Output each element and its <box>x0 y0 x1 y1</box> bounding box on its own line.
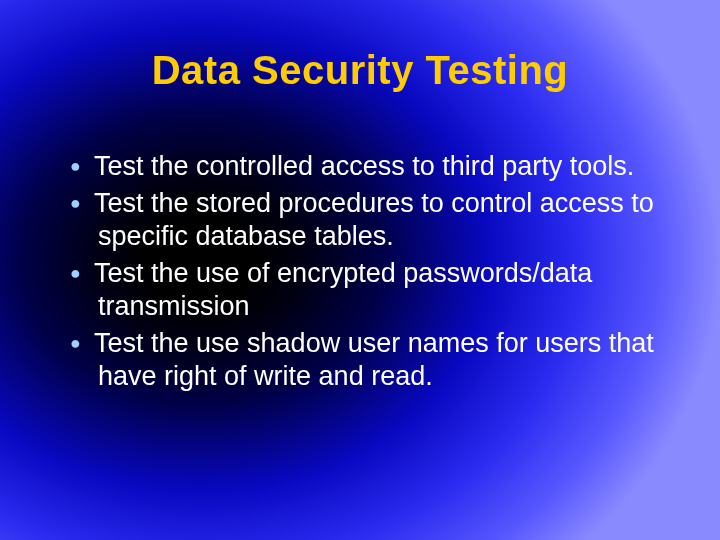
bullet-icon: ● <box>70 263 84 285</box>
slide: Data Security Testing ●Test the controll… <box>0 0 720 540</box>
list-item: ●Test the stored procedures to control a… <box>70 187 660 253</box>
list-item: ●Test the use of encrypted passwords/dat… <box>70 257 660 323</box>
list-item-text: Test the use shadow user names for users… <box>94 328 654 391</box>
list-item-text: Test the stored procedures to control ac… <box>94 188 654 251</box>
slide-title: Data Security Testing <box>0 48 720 93</box>
list-item: ●Test the use shadow user names for user… <box>70 327 660 393</box>
list-item-text: Test the use of encrypted passwords/data… <box>94 258 592 321</box>
bullet-icon: ● <box>70 156 84 178</box>
bullet-icon: ● <box>70 193 84 215</box>
bullet-icon: ● <box>70 333 84 355</box>
list-item-text: Test the controlled access to third part… <box>94 151 634 181</box>
slide-body: ●Test the controlled access to third par… <box>70 150 660 397</box>
list-item: ●Test the controlled access to third par… <box>70 150 660 183</box>
